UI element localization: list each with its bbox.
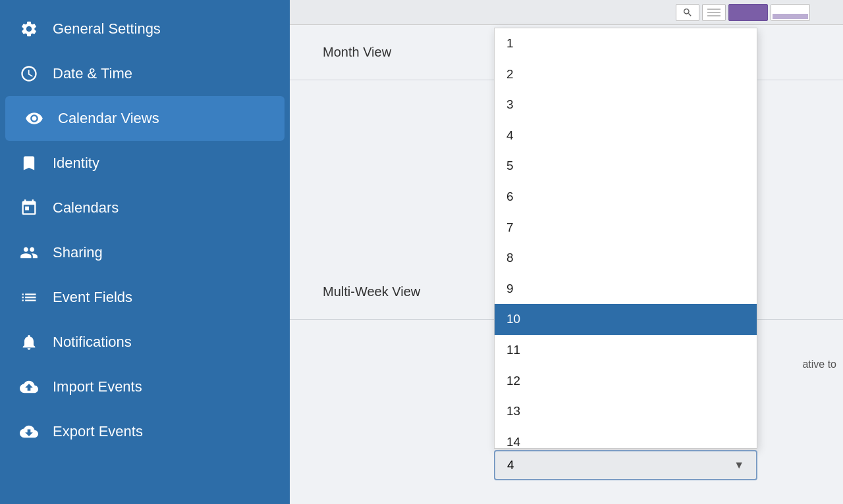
sharing-icon (18, 242, 40, 263)
gear-icon (18, 18, 40, 39)
sidebar-item-general-settings[interactable]: General Settings (0, 7, 290, 51)
sidebar-item-date-time[interactable]: Date & Time (0, 51, 290, 96)
dropdown-item-8[interactable]: 8 (495, 243, 757, 274)
dropdown-item-1[interactable]: 1 (495, 28, 757, 59)
preview-bar (290, 0, 843, 25)
sidebar-item-event-fields-label: Event Fields (53, 289, 132, 306)
month-view-label: Month View (323, 45, 468, 60)
multi-week-view-label: Multi-Week View (323, 284, 468, 299)
sidebar-item-date-time-label: Date & Time (53, 65, 132, 82)
dropdown-arrow-icon: ▼ (734, 459, 744, 471)
eye-icon (24, 108, 45, 129)
dropdown-item-9[interactable]: 9 (495, 274, 757, 305)
sidebar-item-export-events-label: Export Events (53, 423, 143, 440)
dropdown-item-12[interactable]: 12 (495, 366, 757, 397)
sidebar-item-general-settings-label: General Settings (53, 20, 161, 38)
sidebar-item-event-fields[interactable]: Event Fields (0, 275, 290, 320)
full-thumb (771, 4, 810, 21)
purple-thumb (728, 4, 768, 21)
sidebar-item-sharing[interactable]: Sharing (0, 230, 290, 275)
lines-thumb (702, 4, 726, 21)
second-dropdown[interactable]: 4 ▼ (494, 450, 757, 480)
main-content: Month View Multi-Week View ative to 1 2 … (290, 0, 843, 504)
sidebar-item-notifications-label: Notifications (53, 334, 132, 351)
sidebar-item-sharing-label: Sharing (53, 244, 103, 261)
import-icon (18, 376, 40, 397)
sidebar-item-calendar-views-label: Calendar Views (58, 110, 159, 127)
sidebar-item-export-events[interactable]: Export Events (0, 409, 290, 454)
hint-text: ative to (802, 359, 836, 370)
dropdown-item-10[interactable]: 10 (495, 304, 757, 335)
dropdown-item-11[interactable]: 11 (495, 335, 757, 366)
sidebar: General Settings Date & Time Calendar Vi… (0, 0, 290, 504)
calendar-icon (18, 197, 40, 218)
second-dropdown-value: 4 (507, 458, 514, 472)
sidebar-item-identity-label: Identity (53, 155, 99, 172)
sidebar-item-import-events[interactable]: Import Events (0, 365, 290, 409)
sidebar-item-import-events-label: Import Events (53, 378, 142, 395)
dropdown-item-14[interactable]: 14 (495, 427, 757, 448)
number-dropdown-overlay: 1 2 3 4 5 6 7 8 9 10 11 12 13 14 15 16 1… (494, 28, 757, 480)
search-thumb (676, 4, 699, 21)
sidebar-item-calendar-views[interactable]: Calendar Views (5, 96, 285, 141)
sidebar-item-calendars[interactable]: Calendars (0, 186, 290, 230)
list-icon (18, 287, 40, 308)
export-icon (18, 421, 40, 442)
dropdown-item-4[interactable]: 4 (495, 120, 757, 151)
sidebar-item-identity[interactable]: Identity (0, 141, 290, 186)
bookmark-icon (18, 153, 40, 174)
dropdown-item-5[interactable]: 5 (495, 151, 757, 182)
number-dropdown-list[interactable]: 1 2 3 4 5 6 7 8 9 10 11 12 13 14 15 16 1… (494, 28, 757, 449)
dropdown-scroll-area[interactable]: 1 2 3 4 5 6 7 8 9 10 11 12 13 14 15 16 1… (495, 28, 757, 448)
dropdown-item-7[interactable]: 7 (495, 213, 757, 243)
dropdown-item-13[interactable]: 13 (495, 396, 757, 427)
dropdown-item-3[interactable]: 3 (495, 89, 757, 120)
sidebar-item-notifications[interactable]: Notifications (0, 320, 290, 365)
sidebar-item-calendars-label: Calendars (53, 199, 119, 216)
notifications-icon (18, 332, 40, 353)
clock-icon (18, 63, 40, 84)
dropdown-item-6[interactable]: 6 (495, 182, 757, 213)
dropdown-item-2[interactable]: 2 (495, 59, 757, 90)
